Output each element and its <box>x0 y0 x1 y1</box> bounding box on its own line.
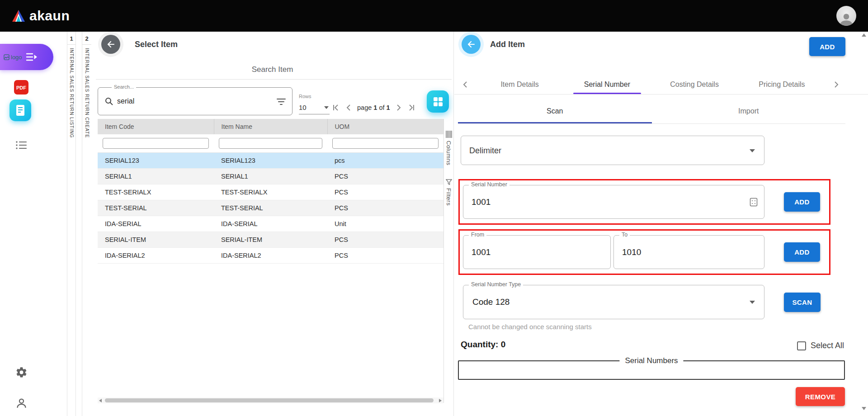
chevron-left-icon <box>462 81 468 88</box>
settings-button[interactable] <box>0 366 42 378</box>
tab-item-details[interactable]: Item Details <box>476 75 563 94</box>
scan-button[interactable]: SCAN <box>784 293 821 312</box>
subtab-bar: Scan Import <box>458 99 845 124</box>
item-name-cell: TEST-SERIAL <box>214 200 327 216</box>
add-item-button[interactable]: ADD <box>809 37 845 56</box>
listing-menu-button[interactable] <box>0 140 42 150</box>
column-header-item-code[interactable]: Item Code <box>98 119 214 134</box>
gear-icon <box>15 366 28 378</box>
first-page-button[interactable] <box>333 104 340 111</box>
uom-filter-input[interactable] <box>332 138 439 149</box>
serial-from-field[interactable]: From <box>463 235 611 269</box>
grid-view-button[interactable] <box>427 90 449 113</box>
search-field[interactable]: Search... <box>98 87 292 115</box>
pagination: page 1 of 1 <box>333 99 415 117</box>
tabs-scroll-left-button[interactable] <box>454 81 476 88</box>
chevron-right-icon <box>834 81 839 88</box>
filter-list-icon[interactable] <box>277 98 286 105</box>
uom-cell: PCS <box>327 184 443 200</box>
tabs-scroll-right-button[interactable] <box>826 81 847 88</box>
item-code-filter-input[interactable] <box>103 138 209 149</box>
last-page-icon <box>407 104 415 111</box>
add-range-button[interactable]: ADD <box>784 242 820 262</box>
table-filter-row <box>98 134 443 152</box>
profile-button[interactable] <box>0 397 42 409</box>
uom-cell: PCS <box>327 247 443 263</box>
columns-tool[interactable]: Columns <box>445 141 452 165</box>
tab-costing-details[interactable]: Costing Details <box>651 75 738 94</box>
last-page-button[interactable] <box>407 104 415 111</box>
item-name-filter-input[interactable] <box>219 138 322 149</box>
select-all-checkbox[interactable] <box>797 341 806 350</box>
horizontal-scrollbar[interactable] <box>98 397 443 403</box>
search-icon <box>105 97 113 105</box>
search-input[interactable] <box>117 88 271 114</box>
tab-pricing-details[interactable]: Pricing Details <box>738 75 826 94</box>
table-row[interactable]: SERIAL-ITEM SERIAL-ITEM PCS <box>98 232 443 247</box>
uom-cell: Unit <box>327 216 443 232</box>
drag-handle-icon[interactable] <box>446 131 452 138</box>
column-header-item-name[interactable]: Item Name <box>214 119 327 134</box>
keypad-icon[interactable] <box>750 198 758 207</box>
rows-per-page-select[interactable]: Rows 10 <box>299 92 330 114</box>
serial-to-input[interactable] <box>622 236 751 268</box>
remove-button[interactable]: REMOVE <box>796 387 845 406</box>
workspace-tab-create[interactable]: 2 INTERNAL SALES RETURN CREATE <box>82 32 92 416</box>
page-scroll-up-arrow[interactable] <box>862 33 866 37</box>
quantity-label: Quantity: 0 <box>461 340 505 350</box>
add-serial-button[interactable]: ADD <box>784 192 820 212</box>
column-header-uom[interactable]: UOM <box>327 119 443 134</box>
table-row[interactable]: TEST-SERIALX TEST-SERIALX PCS <box>98 184 443 200</box>
scroll-right-arrow[interactable] <box>439 399 442 402</box>
uom-cell: PCS <box>327 200 443 216</box>
user-avatar[interactable] <box>836 6 856 26</box>
table-side-tools: Columns Filters <box>443 119 453 403</box>
previous-page-button[interactable] <box>346 104 351 111</box>
table-row[interactable]: IDA-SERIAL2 IDA-SERIAL2 PCS <box>98 247 443 263</box>
subtab-import[interactable]: Import <box>652 99 846 123</box>
select-all-control: Select All <box>797 341 844 350</box>
scan-helper-text: Cannot be changed once scanning starts <box>468 323 592 331</box>
back-button[interactable] <box>462 35 481 54</box>
item-code-cell: TEST-SERIAL <box>98 200 214 216</box>
arrow-left-icon <box>467 40 476 49</box>
item-code-cell: SERIAL-ITEM <box>98 232 214 247</box>
subtab-scan[interactable]: Scan <box>458 99 652 123</box>
item-code-cell: TEST-SERIALX <box>98 184 214 200</box>
pdf-app-button[interactable]: PDF <box>0 80 42 95</box>
workspace-tab-listing[interactable]: 1 INTERNAL SALES RETURN LISTING <box>67 32 76 416</box>
table-row[interactable]: SERIAL1 SERIAL1 PCS <box>98 168 443 184</box>
search-item-header: Search Item <box>91 65 453 74</box>
chevron-down-icon <box>750 301 755 304</box>
sidebar-toggle[interactable]: logo <box>0 44 53 70</box>
filters-tool[interactable]: Filters <box>445 188 452 206</box>
brand-name: akaun <box>29 8 70 24</box>
scrollbar-thumb[interactable] <box>105 398 434 402</box>
tab-serial-number[interactable]: Serial Number <box>563 75 651 94</box>
broken-logo-image: logo <box>4 54 22 61</box>
item-code-cell: IDA-SERIAL <box>98 216 214 232</box>
serial-to-field[interactable]: To <box>613 235 764 269</box>
table-row[interactable]: IDA-SERIAL IDA-SERIAL Unit <box>98 216 443 232</box>
serial-number-field[interactable]: Serial Number <box>463 185 764 219</box>
next-page-button[interactable] <box>396 104 401 111</box>
serial-number-input[interactable] <box>472 186 734 218</box>
grid-icon <box>433 97 443 107</box>
delimiter-select[interactable]: Delimiter <box>461 136 764 165</box>
chevron-right-icon <box>396 104 401 111</box>
billing-app-button[interactable] <box>9 99 31 121</box>
chevron-left-icon <box>346 104 351 111</box>
page-indicator: page 1 of 1 <box>357 104 390 111</box>
back-button[interactable] <box>101 35 120 54</box>
item-name-cell: IDA-SERIAL <box>214 216 327 232</box>
item-table: Item Code Item Name UOM SERIAL123 SERIAL… <box>98 119 443 264</box>
page-scroll-down-arrow[interactable] <box>862 407 866 410</box>
filter-funnel-icon[interactable] <box>446 179 452 185</box>
scroll-left-arrow[interactable] <box>99 399 102 402</box>
serial-number-type-select[interactable]: Serial Number Type Code 128 <box>463 285 764 319</box>
item-name-cell: IDA-SERIAL2 <box>214 247 327 263</box>
serial-numbers-list: Serial Numbers <box>458 360 845 380</box>
table-row[interactable]: SERIAL123 SERIAL123 pcs <box>98 152 443 168</box>
serial-from-input[interactable] <box>472 236 598 268</box>
table-row[interactable]: TEST-SERIAL TEST-SERIAL PCS <box>98 200 443 216</box>
